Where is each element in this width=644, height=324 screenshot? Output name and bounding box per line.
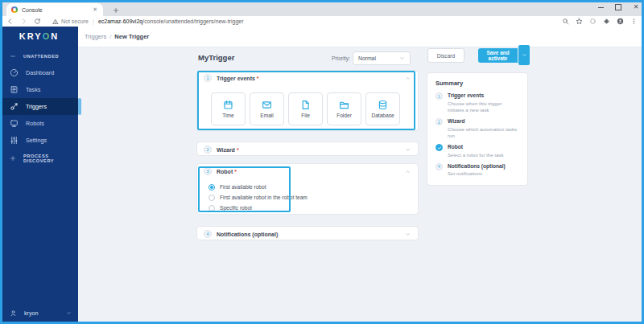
section-trigger-events-header[interactable]: 1 Trigger events* [197, 71, 418, 85]
kryon-logo: KRYON [0, 31, 78, 41]
robots-icon [10, 119, 19, 128]
radio-button[interactable] [208, 205, 215, 211]
sidebar-scrollbar-thumb[interactable] [78, 98, 81, 115]
step-number-badge: 1 [436, 92, 443, 100]
omnibox[interactable]: Not secure | ec2amaz-609vi2q/console/una… [52, 18, 244, 25]
sidebar-item-label: Robots [26, 120, 44, 127]
section-robot-header[interactable]: 3 Robot* [197, 164, 418, 178]
section-robot: 3 Robot* First available robotFirst avai… [196, 163, 419, 215]
section-title: Notifications (optional) [217, 232, 278, 237]
breadcrumb-parent[interactable]: Triggers [85, 33, 106, 40]
url-host: ec2amaz-609vi2q [98, 18, 142, 24]
section-trigger-events: 1 Trigger events* TimeEmailFileFolderDat… [196, 70, 419, 131]
chevron-up-icon[interactable] [405, 76, 411, 81]
tab-close-icon[interactable]: ✕ [92, 6, 98, 13]
trigger-tile-folder[interactable]: Folder [327, 92, 361, 125]
summary-item-desc: Set notifications [448, 170, 506, 177]
window-close-button[interactable]: ✕ [633, 4, 639, 10]
forward-icon[interactable] [20, 18, 27, 25]
minus-icon [10, 53, 16, 59]
sidebar-item-dashboard[interactable]: Dashboard [0, 64, 78, 81]
section-notifications-header[interactable]: 4 Notifications (optional) [197, 227, 418, 241]
calendar-icon [223, 100, 233, 110]
trigger-tile-time[interactable]: Time [211, 92, 246, 125]
sidebar-item-label: Tasks [26, 86, 40, 93]
chevron-down-icon[interactable] [405, 147, 411, 153]
profile-avatar-icon[interactable] [617, 18, 624, 25]
security-label: Not secure [61, 18, 89, 24]
sidebar-user-menu[interactable]: kryon [0, 306, 78, 320]
extensions-puzzle-icon[interactable] [603, 18, 610, 25]
summary-item-desc: Choose which automation tasks run [448, 126, 519, 139]
sidebar-item-tasks[interactable]: Tasks [0, 81, 78, 98]
dashboard-icon [10, 68, 19, 77]
capture-frame-border [0, 0, 644, 324]
discard-button[interactable]: Discard [427, 48, 464, 63]
summary-item: 4Notifications (optional)Set notificatio… [436, 163, 519, 178]
tab-title: Console [22, 7, 92, 13]
trigger-event-tiles: TimeEmailFileFolderDatabase [211, 92, 400, 125]
sidebar-group-process-discovery[interactable]: PROCESS DISCOVERY [0, 153, 78, 164]
trigger-tile-database[interactable]: Database [365, 92, 400, 125]
summary-item-text: Notifications (optional)Set notification… [448, 163, 506, 178]
required-asterisk: * [237, 147, 239, 153]
sidebar-item-label: Settings [26, 137, 47, 144]
sidebar-group-label: UNATTENDED [23, 54, 59, 59]
browser-tab-console[interactable]: Console ✕ [6, 3, 103, 16]
trigger-tile-label: Email [260, 113, 274, 118]
console-favicon-icon [11, 6, 18, 13]
summary-item: RobotSelect a robot for the task [436, 144, 519, 158]
save-options-dropdown-button[interactable] [518, 45, 530, 65]
browser-menu-kebab-icon[interactable] [630, 18, 638, 25]
radio-button[interactable] [208, 184, 215, 191]
summary-item: 1Trigger eventsChoose when this trigger … [436, 92, 519, 113]
chevron-down-icon [399, 55, 405, 61]
sidebar-nav: DashboardTasksTriggersRobotsSettings [0, 64, 78, 149]
back-icon[interactable] [6, 18, 14, 25]
person-icon [10, 310, 17, 317]
radio-label: First available robot in the robot team [220, 195, 308, 200]
chevron-up-icon[interactable] [405, 169, 411, 174]
file-icon [300, 100, 311, 110]
kryon-console-window: Console ✕ ✕ Not secure | ec2amaz-609vi2q… [0, 0, 644, 324]
step-number-badge: 2 [436, 118, 443, 125]
summary-item-desc: Select a robot for the task [448, 152, 503, 158]
summary-item-text: RobotSelect a robot for the task [448, 144, 503, 158]
folder-icon [339, 100, 349, 110]
tasks-icon [10, 85, 19, 94]
radio-label: First available robot [220, 184, 266, 190]
database-icon [378, 100, 388, 110]
trigger-tile-label: Database [371, 113, 394, 118]
sidebar-item-robots[interactable]: Robots [0, 115, 78, 132]
chevron-down-icon [522, 52, 527, 58]
sidebar-item-label: Dashboard [26, 69, 54, 76]
section-wizard-header[interactable]: 2 Wizard* [197, 142, 418, 157]
browser-tabstrip: Console ✕ ✕ [0, 0, 644, 16]
search-icon[interactable] [562, 18, 569, 25]
window-maximize-button[interactable] [615, 4, 621, 10]
extension-circle-icon[interactable] [589, 18, 597, 25]
radio-button[interactable] [208, 195, 215, 201]
sidebar-item-settings[interactable]: Settings [0, 132, 78, 149]
reload-icon[interactable] [34, 18, 41, 25]
robot-option-row[interactable]: First available robot in the robot team [208, 192, 308, 203]
summary-items: 1Trigger eventsChoose when this trigger … [436, 92, 519, 178]
sidebar-item-triggers[interactable]: Triggers [0, 98, 78, 115]
bookmark-star-icon[interactable] [576, 18, 583, 25]
summary-item-title: Robot [448, 144, 503, 151]
trigger-tile-email[interactable]: Email [250, 92, 284, 125]
chevron-down-icon [66, 310, 72, 316]
save-and-activate-button[interactable]: Save and activate [478, 48, 518, 63]
window-minimize-button[interactable] [597, 4, 604, 10]
section-title: Robot* [217, 169, 237, 174]
new-tab-button[interactable] [111, 4, 121, 14]
robot-option-row[interactable]: First available robot [208, 182, 308, 192]
priority-label: Priority: [332, 55, 350, 61]
sidebar-group-unattended[interactable]: UNATTENDED [0, 51, 78, 62]
user-name: kryon [24, 310, 66, 317]
chevron-down-icon[interactable] [405, 232, 411, 237]
priority-select[interactable]: Normal [353, 51, 411, 65]
robot-option-row[interactable]: Specific robot [208, 203, 308, 213]
trigger-tile-file[interactable]: File [288, 92, 323, 125]
summary-item-desc: Choose when this trigger initiates a new… [448, 100, 519, 113]
